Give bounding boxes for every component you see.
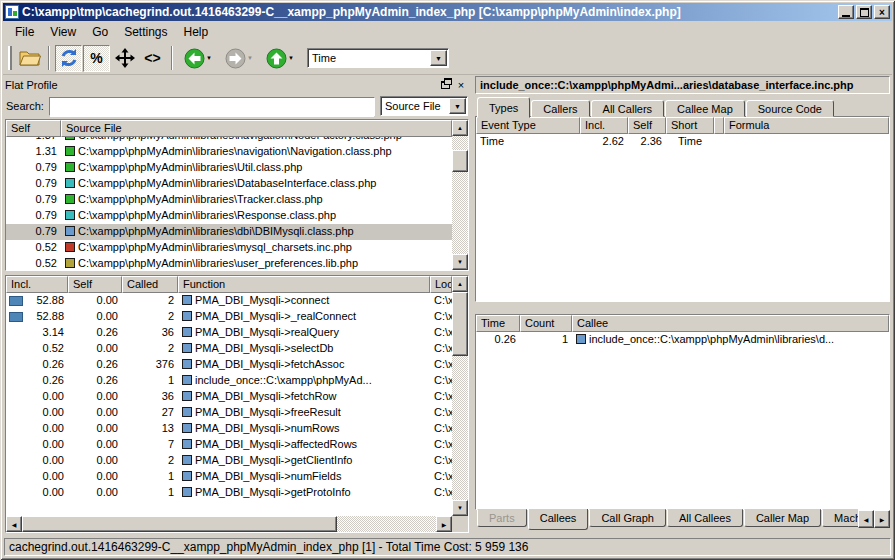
- menu-item[interactable]: Help: [176, 23, 217, 41]
- scroll-up-icon[interactable]: ▲: [452, 120, 468, 136]
- col-header-event-type[interactable]: Event Type: [476, 117, 580, 134]
- maximize-button[interactable]: [856, 5, 872, 19]
- scrollbar-thumb[interactable]: [22, 516, 337, 532]
- function-row[interactable]: 0.00 0.00 27 PMA_DBI_Mysqli->freeResult …: [6, 405, 452, 421]
- col-header-incl[interactable]: Incl.: [580, 117, 628, 134]
- event-type-combo[interactable]: Time ▼: [307, 48, 449, 68]
- forward-button[interactable]: ▼: [219, 45, 259, 72]
- scroll-up-icon[interactable]: ▲: [452, 276, 468, 292]
- menu-item[interactable]: Go: [84, 23, 116, 41]
- function-row[interactable]: 52.88 0.00 2 PMA_DBI_Mysqli->_realConnec…: [6, 309, 452, 325]
- detail-tab[interactable]: Parts: [477, 509, 527, 527]
- function-row[interactable]: 0.00 0.00 1 PMA_DBI_Mysqli->numFields C:…: [6, 469, 452, 485]
- detail-tab[interactable]: All Callers: [591, 100, 665, 117]
- detail-tab[interactable]: Callees: [528, 509, 589, 530]
- scroll-right-icon[interactable]: ▶: [436, 516, 452, 532]
- detail-tab[interactable]: Source Code: [746, 100, 834, 117]
- function-table-vscrollbar[interactable]: ▲ ▼: [452, 276, 468, 516]
- relative-to-parent-button[interactable]: [111, 45, 138, 72]
- open-file-button[interactable]: [16, 45, 43, 72]
- title-bar[interactable]: C:\xampp\tmp\cachegrind.out.1416463299-C…: [3, 3, 892, 21]
- toolbar-handle[interactable]: [8, 46, 12, 70]
- open-folder-icon: [19, 49, 41, 67]
- close-button[interactable]: ×: [874, 5, 890, 19]
- maximize-icon: [860, 8, 869, 17]
- forward-dropdown-icon[interactable]: ▼: [247, 55, 253, 61]
- col-header-location[interactable]: Location: [430, 276, 452, 293]
- back-button[interactable]: ▼: [178, 45, 218, 72]
- function-icon: [182, 327, 192, 337]
- minimize-button[interactable]: [838, 5, 854, 19]
- source-file-row[interactable]: 1.31 C:\xampp\phpMyAdmin\libraries\navig…: [6, 144, 452, 160]
- callee-row[interactable]: 0.26 1 include_once::C:\xampp\phpMyAdmin…: [476, 332, 889, 348]
- source-list-scrollbar[interactable]: ▲ ▼: [452, 120, 468, 270]
- scroll-down-icon[interactable]: ▼: [452, 254, 468, 270]
- detail-tab[interactable]: All Callees: [667, 509, 743, 527]
- menu-item[interactable]: File: [7, 23, 42, 41]
- source-file-row[interactable]: 0.52 C:\xampp\phpMyAdmin\libraries\user_…: [6, 256, 452, 270]
- scroll-down-icon[interactable]: ▼: [452, 500, 468, 516]
- source-file-row[interactable]: 0.79 C:\xampp\phpMyAdmin\libraries\Track…: [6, 192, 452, 208]
- detail-tab[interactable]: Types: [477, 97, 530, 118]
- source-file-row[interactable]: 1.37 C:\xampp\phpMyAdmin\libraries\navig…: [6, 137, 452, 144]
- function-row[interactable]: 0.00 0.00 1 PMA_DBI_Mysqli->getProtoInfo…: [6, 485, 452, 501]
- grouping-combo[interactable]: Source File ▼: [380, 96, 468, 116]
- scrollbar-thumb[interactable]: [452, 150, 468, 172]
- back-dropdown-icon[interactable]: ▼: [206, 55, 212, 61]
- shorten-templates-button[interactable]: <>: [139, 45, 166, 72]
- function-row[interactable]: 52.88 0.00 2 PMA_DBI_Mysqli->connect C:\…: [6, 293, 452, 309]
- dock-close-button[interactable]: ×: [453, 78, 469, 92]
- called-count: 2: [122, 341, 178, 357]
- detail-tab[interactable]: Callee Map: [665, 100, 745, 117]
- search-input[interactable]: [50, 98, 374, 117]
- combo-dropdown-button[interactable]: ▼: [430, 50, 447, 66]
- function-row[interactable]: 3.14 0.26 36 PMA_DBI_Mysqli->realQuery C…: [6, 325, 452, 341]
- col-header-self[interactable]: Self: [628, 117, 666, 134]
- detail-tab[interactable]: Machine: [822, 509, 858, 527]
- col-header-formula[interactable]: Formula: [724, 117, 889, 134]
- function-row[interactable]: 0.00 0.00 2 PMA_DBI_Mysqli->getClientInf…: [6, 453, 452, 469]
- up-button[interactable]: ▼: [260, 45, 300, 72]
- source-file-row[interactable]: 0.79 C:\xampp\phpMyAdmin\libraries\Respo…: [6, 208, 452, 224]
- function-row[interactable]: 0.00 0.00 7 PMA_DBI_Mysqli->affectedRows…: [6, 437, 452, 453]
- source-file-row[interactable]: 0.52 C:\xampp\phpMyAdmin\libraries\mysql…: [6, 240, 452, 256]
- col-header-count[interactable]: Count: [520, 315, 572, 332]
- cycle-detection-button[interactable]: [55, 45, 82, 72]
- combo-dropdown-button[interactable]: ▼: [449, 98, 466, 114]
- col-header-source-file[interactable]: Source File: [61, 120, 452, 137]
- detail-tab[interactable]: Callers: [531, 100, 589, 117]
- function-row[interactable]: 0.00 0.00 13 PMA_DBI_Mysqli->numRows C:\…: [6, 421, 452, 437]
- scroll-left-icon[interactable]: ◀: [6, 516, 22, 532]
- function-row[interactable]: 0.52 0.00 2 PMA_DBI_Mysqli->selectDb C:\…: [6, 341, 452, 357]
- source-file-row[interactable]: 0.79 C:\xampp\phpMyAdmin\libraries\Util.…: [6, 160, 452, 176]
- refresh-icon: [59, 48, 79, 68]
- function-row[interactable]: 0.26 0.26 376 PMA_DBI_Mysqli->fetchAssoc…: [6, 357, 452, 373]
- relative-percent-button[interactable]: %: [83, 45, 110, 72]
- source-file-row[interactable]: 0.79 C:\xampp\phpMyAdmin\libraries\Datab…: [6, 176, 452, 192]
- function-row[interactable]: 0.26 0.26 1 include_once::C:\xampp\phpMy…: [6, 373, 452, 389]
- col-header-callee[interactable]: Callee: [572, 315, 889, 332]
- detail-tab[interactable]: Call Graph: [589, 509, 666, 527]
- source-file-row[interactable]: 0.79 C:\xampp\phpMyAdmin\libraries\dbi\D…: [6, 224, 452, 240]
- function-table-hscrollbar[interactable]: ◀ ▶: [6, 516, 452, 532]
- up-dropdown-icon[interactable]: ▼: [288, 55, 294, 61]
- menu-item[interactable]: Settings: [116, 23, 175, 41]
- col-header-incl[interactable]: Incl.: [6, 276, 68, 293]
- detail-tab[interactable]: Caller Map: [744, 509, 821, 527]
- col-header-function[interactable]: Function: [178, 276, 430, 293]
- dock-header[interactable]: Flat Profile ×: [5, 76, 469, 93]
- menu-item[interactable]: View: [42, 23, 84, 41]
- function-row[interactable]: 0.00 0.00 36 PMA_DBI_Mysqli->fetchRow C:…: [6, 389, 452, 405]
- col-header-short[interactable]: Short: [666, 117, 714, 134]
- col-header-self[interactable]: Self: [6, 120, 61, 137]
- tab-scroll-left-icon[interactable]: ◀: [858, 510, 874, 528]
- tab-scroll-right-icon[interactable]: ▶: [874, 510, 890, 528]
- dock-float-button[interactable]: [437, 78, 453, 92]
- col-header-called[interactable]: Called: [122, 276, 178, 293]
- dock-title: Flat Profile: [5, 79, 437, 91]
- scrollbar-thumb[interactable]: [452, 292, 468, 356]
- event-type-row[interactable]: Time 2.62 2.36 Time: [476, 134, 889, 150]
- horizontal-splitter[interactable]: [475, 302, 890, 314]
- col-header-time[interactable]: Time: [476, 315, 520, 332]
- col-header-self[interactable]: Self: [68, 276, 122, 293]
